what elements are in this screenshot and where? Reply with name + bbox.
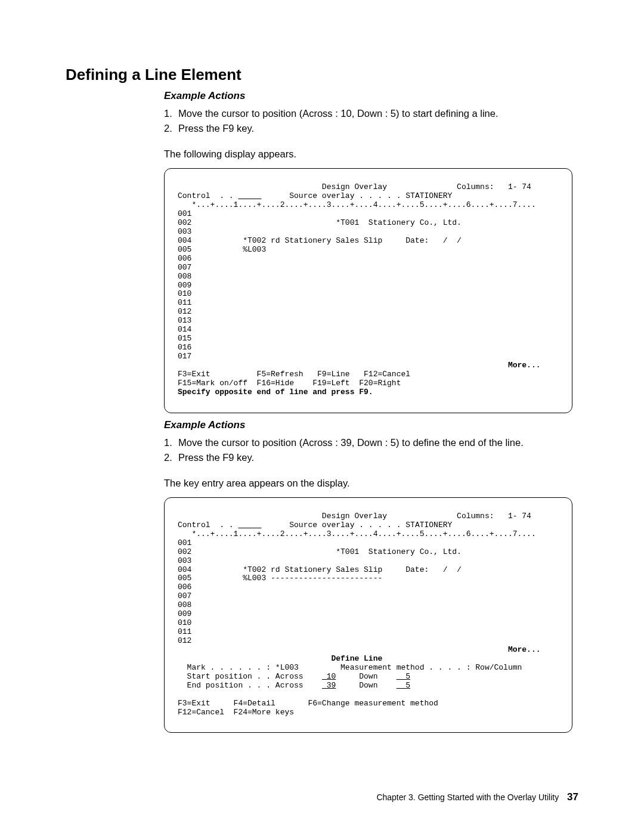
list-item: 2. Press the F9 key. <box>164 122 572 135</box>
terminal-title: Design Overlay Columns: 1- 74 <box>178 512 531 521</box>
terminal-fkeys: F3=Exit F5=Refresh F9=Line F12=Cancel <box>178 370 410 379</box>
terminal-more: More... <box>178 645 541 654</box>
terminal-line: 003 <box>178 556 191 565</box>
terminal-display-1: Design Overlay Columns: 1- 74 Control . … <box>164 168 572 413</box>
list-number: 2. <box>164 451 178 465</box>
list-text: Press the F9 key. <box>178 451 572 465</box>
terminal-line: 014 <box>178 325 191 334</box>
terminal-line: 010 <box>178 289 191 298</box>
footer-chapter: Chapter 3. Getting Started with the Over… <box>376 792 559 802</box>
terminal-fkeys: F12=Cancel F24=More keys <box>178 708 294 717</box>
terminal-line: 001 <box>178 209 191 218</box>
terminal-line: 016 <box>178 343 191 352</box>
terminal-line: 003 <box>178 227 191 236</box>
terminal-line: 004 *T002 rd Stationery Sales Slip Date:… <box>178 236 462 245</box>
paragraph: The key entry area appears on the displa… <box>164 478 572 489</box>
terminal-line: Control . . Source overlay . . . . . STA… <box>178 191 452 200</box>
terminal-line: 008 <box>178 272 191 281</box>
example-actions-heading-2: Example Actions <box>164 419 572 431</box>
terminal-line: 009 <box>178 609 191 618</box>
terminal-line: End position . . . Across 39 Down 5 <box>178 681 410 690</box>
paragraph: The following display appears. <box>164 148 572 160</box>
terminal-fkeys: F15=Mark on/off F16=Hide F19=Left F20=Ri… <box>178 379 401 388</box>
terminal-line: 002 *T001 Stationery Co., Ltd. <box>178 218 462 227</box>
list-item: 1. Move the cursor to position (Across :… <box>164 107 572 120</box>
terminal-fkeys: F3=Exit F4=Detail F6=Change measurement … <box>178 699 438 708</box>
list-text: Press the F9 key. <box>178 122 572 135</box>
terminal-line: 001 <box>178 538 191 547</box>
terminal-ruler: *...+....1....+....2....+....3....+....4… <box>178 529 536 538</box>
terminal-line: 002 *T001 Stationery Co., Ltd. <box>178 547 462 556</box>
terminal-line: 013 <box>178 316 191 325</box>
page-footer: Chapter 3. Getting Started with the Over… <box>376 791 578 803</box>
list-text: Move the cursor to position (Across : 10… <box>178 107 572 120</box>
list-number: 1. <box>164 436 178 450</box>
terminal-line: 004 *T002 rd Stationery Sales Slip Date:… <box>178 565 462 574</box>
terminal-line: 017 <box>178 352 191 361</box>
terminal-line: 012 <box>178 636 191 645</box>
section-heading: Defining a Line Element <box>66 66 578 84</box>
terminal-ruler: *...+....1....+....2....+....3....+....4… <box>178 200 536 209</box>
terminal-line: 015 <box>178 334 191 343</box>
terminal-display-2: Design Overlay Columns: 1- 74 Control . … <box>164 497 572 733</box>
list-number: 1. <box>164 107 178 120</box>
terminal-more: More... <box>178 361 541 370</box>
terminal-line: 006 <box>178 583 191 592</box>
terminal-line: 005 %L003 <box>178 245 266 254</box>
terminal-line: 008 <box>178 600 191 609</box>
terminal-line: 005 %L003 ------------------------ <box>178 574 382 583</box>
terminal-line: Control . . Source overlay . . . . . STA… <box>178 521 452 529</box>
terminal-line: 006 <box>178 254 191 263</box>
terminal-line: 009 <box>178 281 191 290</box>
list-text: Move the cursor to position (Across : 39… <box>178 436 572 450</box>
list-number: 2. <box>164 122 178 135</box>
list-item: 1. Move the cursor to position (Across :… <box>164 436 572 450</box>
terminal-line: 007 <box>178 592 191 600</box>
terminal-define-title: Define Line <box>178 654 382 663</box>
example-actions-block-1: Example Actions 1. Move the cursor to po… <box>164 90 572 733</box>
terminal-line: 012 <box>178 307 191 316</box>
terminal-line: 007 <box>178 263 191 272</box>
terminal-title: Design Overlay Columns: 1- 74 <box>178 182 531 191</box>
terminal-line: 011 <box>178 298 191 307</box>
list-item: 2. Press the F9 key. <box>164 451 572 465</box>
example-actions-heading-1: Example Actions <box>164 90 572 102</box>
terminal-prompt: Specify opposite end of line and press F… <box>178 388 373 397</box>
terminal-line: Start position . . Across 10 Down 5 <box>178 672 410 681</box>
terminal-line: Mark . . . . . . : *L003 Measurement met… <box>178 663 522 672</box>
terminal-line: 010 <box>178 618 191 627</box>
page-number: 37 <box>567 791 578 803</box>
terminal-line: 011 <box>178 627 191 636</box>
